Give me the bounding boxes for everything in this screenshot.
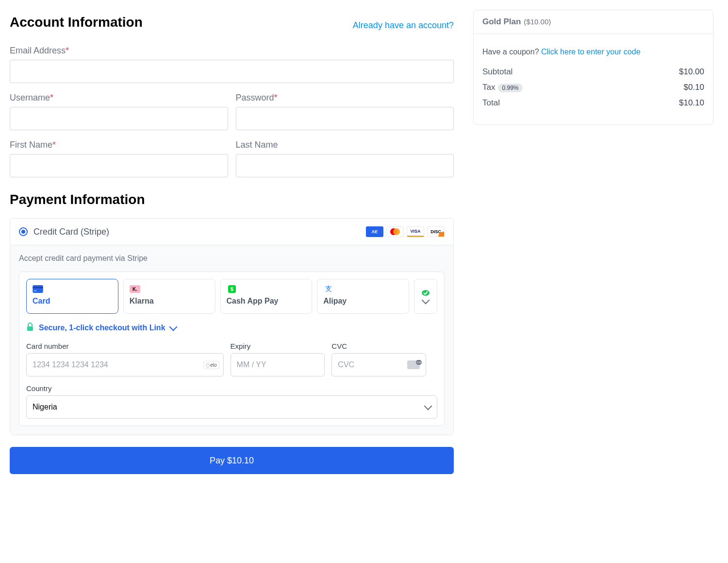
klarna-icon: K. (130, 285, 140, 293)
secure-link-toggle[interactable]: Secure, 1-click checkout with Link (26, 323, 437, 333)
login-link[interactable]: Already have an account? (353, 20, 454, 31)
coupon-row: Have a coupon? Click here to enter your … (482, 48, 704, 56)
total-label: Total (482, 98, 500, 108)
tab-klarna-label: Klarna (130, 297, 209, 306)
lastname-label: Last Name (236, 140, 454, 150)
check-icon (421, 290, 430, 296)
chevron-down-icon (169, 323, 177, 331)
account-heading: Account Information (10, 15, 143, 30)
pay-button[interactable]: Pay $10.10 (10, 447, 454, 474)
payment-box: Credit Card (Stripe) AE VISA DISC Accept… (10, 218, 454, 435)
svg-rect-0 (33, 285, 43, 293)
svg-rect-1 (33, 287, 43, 289)
svg-text:135: 135 (416, 361, 422, 364)
svg-text:支: 支 (325, 285, 332, 292)
tab-klarna[interactable]: K. Klarna (123, 279, 215, 314)
lastname-field[interactable] (236, 154, 454, 177)
order-summary: Gold Plan ($10.00) Have a coupon? Click … (473, 10, 713, 125)
chevron-down-icon (422, 296, 430, 305)
chevron-down-icon (424, 402, 432, 410)
svg-rect-9 (27, 326, 33, 331)
mastercard-icon (386, 226, 404, 237)
cvc-label: CVC (331, 342, 426, 350)
firstname-label: First Name* (10, 140, 228, 150)
password-field[interactable] (236, 107, 454, 130)
tax-rate-badge: 0.99% (498, 84, 522, 92)
visa-icon: VISA (407, 226, 424, 237)
country-select[interactable]: Nigeria (26, 395, 437, 419)
country-value: Nigeria (33, 403, 57, 411)
svg-point-8 (422, 290, 430, 296)
tax-value: $0.10 (683, 83, 704, 92)
svg-rect-2 (34, 290, 36, 291)
cvc-hint-icon: 135 (407, 360, 422, 370)
email-field[interactable] (10, 60, 454, 83)
discover-icon: DISC (427, 226, 445, 237)
amex-icon: AE (366, 226, 383, 237)
country-label: Country (26, 384, 437, 392)
card-icon (33, 285, 43, 293)
svg-text:$: $ (231, 286, 233, 292)
tab-alipay[interactable]: 支 Alipay (317, 279, 409, 314)
card-number-label: Card number (26, 342, 224, 350)
username-label: Username* (10, 93, 228, 103)
lock-icon (26, 323, 34, 333)
username-field[interactable] (10, 107, 228, 130)
email-label: Email Address* (10, 46, 454, 56)
expiry-input[interactable]: MM / YY (231, 353, 325, 376)
tab-alipay-label: Alipay (323, 297, 403, 306)
svg-text:K.: K. (132, 287, 137, 292)
payment-method-label: Credit Card (Stripe) (33, 227, 109, 237)
cvc-input[interactable]: CVC 135 (331, 353, 426, 376)
payment-description: Accept credit card payment via Stripe (19, 254, 445, 263)
card-type-badge: ◌elo (203, 361, 219, 369)
payment-heading: Payment Information (10, 192, 454, 207)
tab-card-label: Card (33, 297, 112, 306)
secure-link-label: Secure, 1-click checkout with Link (39, 324, 165, 332)
tab-cashapp[interactable]: $ Cash App Pay (220, 279, 313, 314)
subtotal-label: Subtotal (482, 67, 513, 77)
card-brands: AE VISA DISC (366, 226, 445, 237)
tab-card[interactable]: Card (26, 279, 118, 314)
plan-price: ($10.00) (524, 17, 551, 26)
alipay-icon: 支 (323, 285, 334, 293)
plan-name: Gold Plan (482, 17, 521, 27)
card-number-input[interactable]: 1234 1234 1234 1234 ◌elo (26, 353, 224, 376)
tab-more[interactable] (414, 279, 437, 314)
password-label: Password* (236, 93, 454, 103)
tax-label: Tax0.99% (482, 83, 523, 92)
tab-cashapp-label: Cash App Pay (227, 297, 306, 306)
coupon-link[interactable]: Click here to enter your code (541, 48, 641, 56)
subtotal-value: $10.00 (679, 67, 704, 77)
payment-method-radio[interactable] (19, 227, 28, 236)
total-value: $10.10 (679, 98, 704, 108)
firstname-field[interactable] (10, 154, 228, 177)
cashapp-icon: $ (227, 285, 237, 293)
expiry-label: Expiry (231, 342, 325, 350)
